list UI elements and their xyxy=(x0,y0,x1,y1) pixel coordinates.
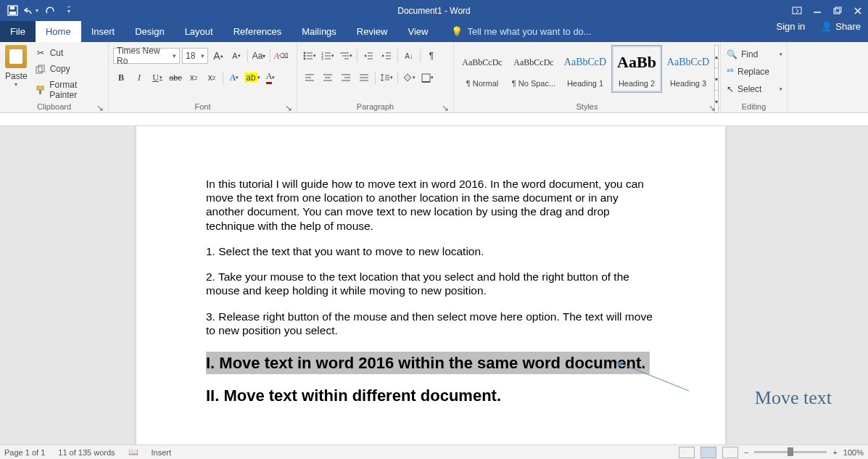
tab-home[interactable]: Home xyxy=(36,21,81,42)
styles-launcher[interactable]: ↘ xyxy=(708,103,717,112)
show-hide-button[interactable]: ¶ xyxy=(423,48,439,64)
increase-indent-button[interactable] xyxy=(379,48,394,64)
format-painter-button[interactable]: Format Painter xyxy=(33,78,108,102)
body-text[interactable]: In this tutorial I will guide how to mov… xyxy=(206,177,656,233)
svg-point-15 xyxy=(304,58,306,60)
svg-point-13 xyxy=(304,55,306,57)
heading-selected[interactable]: I. Move text in word 2016 within the sam… xyxy=(206,352,656,374)
underline-button[interactable]: U▾ xyxy=(149,70,165,86)
redo-button[interactable] xyxy=(41,0,59,21)
tab-insert[interactable]: Insert xyxy=(81,21,125,42)
align-left-button[interactable] xyxy=(302,70,318,86)
font-name-combo[interactable]: Times New Ro▾ xyxy=(113,48,180,64)
align-center-button[interactable] xyxy=(320,70,336,86)
italic-button[interactable]: I xyxy=(131,70,147,86)
paragraph-launcher[interactable]: ↘ xyxy=(442,103,450,112)
qat-customize[interactable]: ▾ xyxy=(59,0,78,21)
grow-font-button[interactable]: A▴ xyxy=(210,48,226,64)
page-indicator[interactable]: Page 1 of 1 xyxy=(4,448,45,457)
insert-mode[interactable]: Insert xyxy=(152,448,172,457)
body-text[interactable]: 3. Release right button of the mouse and… xyxy=(206,310,656,337)
minimize-button[interactable] xyxy=(807,0,827,21)
tab-view[interactable]: View xyxy=(397,21,438,42)
style-tile-heading-1[interactable]: AaBbCcDHeading 1 xyxy=(560,45,611,93)
share-button[interactable]: 👤Share xyxy=(814,21,868,32)
window-title: Document1 - Word xyxy=(397,6,470,16)
svg-rect-6 xyxy=(834,9,840,14)
tab-design[interactable]: Design xyxy=(125,21,174,42)
cut-button[interactable]: ✂Cut xyxy=(33,46,108,59)
web-layout-button[interactable] xyxy=(722,447,738,458)
style-tile-heading-2[interactable]: AaBbHeading 2 xyxy=(611,45,662,93)
sort-button[interactable]: A↓ xyxy=(401,48,417,64)
styles-down[interactable]: ▾ xyxy=(715,68,718,91)
multilevel-list-button[interactable]: ▾ xyxy=(338,48,354,64)
titlebar: ▾ ▾ Document1 - Word xyxy=(0,0,868,21)
superscript-button[interactable]: x2 xyxy=(204,70,220,86)
clipboard-launcher[interactable]: ↘ xyxy=(96,103,105,112)
font-launcher[interactable]: ↘ xyxy=(285,103,294,112)
strike-button[interactable]: abc xyxy=(168,70,183,86)
numbering-button[interactable]: 123▾ xyxy=(320,48,336,64)
group-styles: AaBbCcDc¶ NormalAaBbCcDc¶ No Spac...AaBb… xyxy=(454,42,721,113)
align-right-button[interactable] xyxy=(338,70,354,86)
ribbon-display-options[interactable] xyxy=(787,0,807,21)
style-tile-heading-3[interactable]: AaBbCcDHeading 3 xyxy=(663,45,714,93)
print-layout-button[interactable] xyxy=(700,447,716,458)
decrease-indent-button[interactable] xyxy=(360,48,376,64)
cut-icon: ✂ xyxy=(36,48,46,58)
shrink-font-button[interactable]: A▾ xyxy=(228,48,244,64)
page[interactable]: In this tutorial I will guide how to mov… xyxy=(136,126,725,445)
word-count[interactable]: 11 of 135 words xyxy=(58,448,115,457)
svg-rect-7 xyxy=(36,67,42,73)
subscript-button[interactable]: x2 xyxy=(186,70,202,86)
svg-rect-8 xyxy=(38,65,44,72)
heading[interactable]: II. Move text within different document. xyxy=(206,386,656,405)
bullets-button[interactable]: ▾ xyxy=(302,48,318,64)
line-spacing-button[interactable]: ▾ xyxy=(379,70,394,86)
text-effects-button[interactable]: A▾ xyxy=(226,70,242,86)
zoom-slider[interactable] xyxy=(754,451,827,453)
copy-button[interactable]: Copy xyxy=(33,62,108,75)
restore-button[interactable] xyxy=(827,0,848,21)
tab-file[interactable]: File xyxy=(0,21,36,42)
save-button[interactable] xyxy=(3,0,22,21)
borders-button[interactable]: ▾ xyxy=(419,70,435,86)
body-text[interactable]: 1. Select the text that you want to move… xyxy=(206,244,656,258)
zoom-level[interactable]: 100% xyxy=(843,448,864,457)
lightbulb-icon: 💡 xyxy=(451,26,463,37)
proofing-icon[interactable]: 📖 xyxy=(128,447,139,457)
tab-references[interactable]: References xyxy=(223,21,292,42)
styles-up[interactable]: ▴ xyxy=(715,46,718,68)
body-text[interactable]: 2. Take your mouse to the text location … xyxy=(206,270,656,297)
sign-in[interactable]: Sign in xyxy=(768,21,814,32)
justify-button[interactable] xyxy=(356,70,372,86)
select-button[interactable]: ↖Select▾ xyxy=(727,81,782,97)
status-bar: Page 1 of 1 11 of 135 words 📖 Insert − +… xyxy=(0,444,868,459)
style-tile---no-spac---[interactable]: AaBbCcDc¶ No Spac... xyxy=(508,45,559,93)
svg-rect-10 xyxy=(39,90,41,94)
find-button[interactable]: 🔍Find▾ xyxy=(727,46,782,62)
replace-button[interactable]: ᵃᵇReplace xyxy=(727,64,782,80)
tell-me[interactable]: 💡Tell me what you want to do... xyxy=(438,21,591,42)
tab-layout[interactable]: Layout xyxy=(175,21,223,42)
change-case-button[interactable]: Aa▾ xyxy=(251,48,267,64)
zoom-out[interactable]: − xyxy=(744,448,748,457)
zoom-in[interactable]: + xyxy=(832,448,837,457)
undo-button[interactable]: ▾ xyxy=(22,0,41,21)
read-mode-button[interactable] xyxy=(679,447,695,458)
bold-button[interactable]: B xyxy=(113,70,129,86)
tab-review[interactable]: Review xyxy=(347,21,398,42)
replace-icon: ᵃᵇ xyxy=(727,67,734,77)
group-editing: 🔍Find▾ ᵃᵇReplace ↖Select▾ Editing xyxy=(721,42,788,113)
highlight-button[interactable]: ab▾ xyxy=(244,70,260,86)
font-size-combo[interactable]: 18▾ xyxy=(182,48,208,64)
font-color-button[interactable]: A▾ xyxy=(263,70,278,86)
ruler[interactable] xyxy=(0,113,868,126)
svg-rect-9 xyxy=(37,86,44,90)
close-button[interactable] xyxy=(848,0,868,21)
style-tile---normal[interactable]: AaBbCcDc¶ Normal xyxy=(457,45,508,93)
clear-format-button[interactable]: A⌫ xyxy=(273,48,289,64)
shading-button[interactable]: ▾ xyxy=(401,70,417,86)
tab-mailings[interactable]: Mailings xyxy=(292,21,347,42)
